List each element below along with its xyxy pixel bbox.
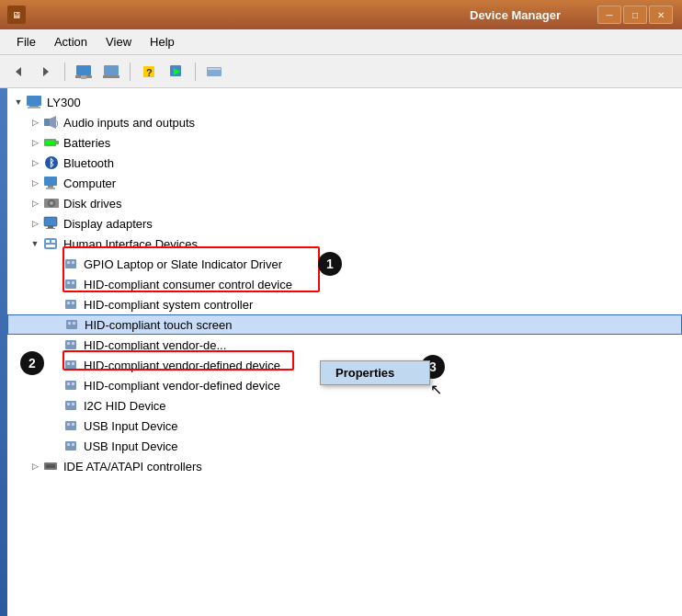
title-bar: 🖥 Device Manager ─ □ ✕ <box>0 0 682 29</box>
forward-button[interactable] <box>33 60 59 84</box>
window-controls[interactable]: ─ □ ✕ <box>597 6 673 24</box>
expand-arrow-display[interactable]: ▷ <box>28 216 42 231</box>
tree-item-ide[interactable]: ▷ IDE ATA/ATAPI controllers <box>7 456 682 476</box>
minimize-button[interactable]: ─ <box>597 6 621 24</box>
context-menu-properties[interactable]: Properties <box>321 361 429 384</box>
tree-item-gpio[interactable]: ▷ GPIO Laptop or Slate Indicator Driver <box>7 254 682 274</box>
menu-file[interactable]: File <box>7 31 45 52</box>
svg-rect-20 <box>56 141 59 144</box>
svg-text:ᛒ: ᛒ <box>49 157 55 168</box>
device-vendor1-icon <box>63 337 81 353</box>
tree-item-usb2[interactable]: ▷ USB Input Device <box>7 436 682 456</box>
tree-item-usb2-label: USB Input Device <box>84 439 178 453</box>
svg-rect-58 <box>65 401 76 410</box>
expand-arrow-bluetooth[interactable]: ▷ <box>28 155 42 170</box>
tree-item-diskdrives[interactable]: ▷ Disk drives <box>7 193 682 213</box>
tree-item-displayadapters[interactable]: ▷ Display adapters <box>7 213 682 234</box>
svg-rect-39 <box>72 261 74 264</box>
tree-item-hid-touch-label: HID-compliant touch screen <box>85 318 232 332</box>
svg-rect-53 <box>67 362 70 365</box>
tree-item-hid-vendor1[interactable]: ▷ HID-compliant vendor-de... <box>7 335 682 355</box>
svg-rect-37 <box>65 259 76 268</box>
tree-item-hid-consumer[interactable]: ▷ HID-compliant consumer control device <box>7 274 682 294</box>
tree-item-bluetooth[interactable]: ▷ ᛒ Bluetooth <box>7 153 682 173</box>
back-button[interactable] <box>6 60 31 84</box>
tree-item-batteries[interactable]: ▷ Batteries <box>7 132 682 153</box>
svg-rect-63 <box>72 423 74 426</box>
context-menu[interactable]: Properties <box>320 360 430 385</box>
svg-rect-62 <box>67 423 70 426</box>
svg-rect-46 <box>66 320 77 329</box>
svg-rect-47 <box>68 322 71 325</box>
tree-item-usb1[interactable]: ▷ USB Input Device <box>7 416 682 436</box>
list-button[interactable] <box>98 60 124 84</box>
expand-arrow-computer[interactable]: ▷ <box>28 176 42 190</box>
bluetooth-icon: ᛒ <box>42 154 61 171</box>
tree-root[interactable]: ▼ LY300 <box>7 92 682 112</box>
tree-item-i2c[interactable]: ▷ I2C HID Device <box>7 395 682 416</box>
svg-point-29 <box>50 201 53 205</box>
svg-rect-59 <box>67 403 70 405</box>
expand-arrow-ide[interactable]: ▷ <box>28 459 42 473</box>
toolbar: ? <box>0 55 682 88</box>
device-usb2-icon <box>63 438 81 454</box>
svg-text:): ) <box>56 120 58 127</box>
svg-rect-38 <box>67 261 70 264</box>
maximize-button[interactable]: □ <box>623 6 647 24</box>
tree-item-gpio-label: GPIO Laptop or Slate Indicator Driver <box>84 257 282 271</box>
tree-item-hid-system[interactable]: ▷ HID-compliant system controller <box>7 294 682 314</box>
refresh-button[interactable] <box>201 60 227 84</box>
svg-rect-30 <box>44 217 57 226</box>
expand-arrow-audio[interactable]: ▷ <box>28 115 42 130</box>
svg-rect-2 <box>76 65 91 75</box>
svg-rect-61 <box>65 421 76 430</box>
tree-item-computer[interactable]: ▷ Computer <box>7 173 682 193</box>
svg-rect-21 <box>46 141 54 144</box>
svg-rect-5 <box>104 65 119 75</box>
separator-2 <box>130 63 131 81</box>
svg-rect-45 <box>72 302 74 304</box>
menu-view[interactable]: View <box>97 31 141 52</box>
annotation-2: 2 <box>20 351 44 375</box>
close-button[interactable]: ✕ <box>649 6 673 24</box>
tree-item-hid-vendor2-label: HID-compliant vendor-defined device <box>84 359 280 372</box>
svg-rect-50 <box>67 342 70 345</box>
expand-arrow-diskdrives[interactable]: ▷ <box>28 196 42 211</box>
svg-rect-31 <box>48 226 53 228</box>
svg-rect-35 <box>51 240 55 243</box>
menu-action[interactable]: Action <box>45 31 97 52</box>
tree-item-hid-vendor3-label: HID-compliant vendor-defined device <box>84 379 280 393</box>
tree-item-i2c-label: I2C HID Device <box>84 399 166 413</box>
svg-rect-57 <box>72 382 74 385</box>
svg-rect-6 <box>103 75 119 78</box>
expand-arrow-root[interactable]: ▼ <box>11 95 26 109</box>
expand-arrow-hid[interactable]: ▼ <box>28 236 42 251</box>
run-button[interactable] <box>164 60 189 84</box>
svg-rect-52 <box>65 360 76 370</box>
mouse-cursor: ↖ <box>430 381 442 398</box>
svg-rect-54 <box>72 362 74 365</box>
svg-rect-41 <box>67 281 70 284</box>
tree-item-hid[interactable]: ▼ Human Interface Devices <box>7 234 682 254</box>
tree-item-bluetooth-label: Bluetooth <box>63 156 114 170</box>
tree-item-computer-label: Computer <box>63 177 116 190</box>
window-title: Device Manager <box>470 8 561 22</box>
tree-item-hid-touch[interactable]: ▷ HID-compliant touch screen <box>7 314 682 335</box>
left-accent-stripe <box>0 88 7 616</box>
tree-item-hid-label: Human Interface Devices <box>63 237 198 251</box>
expand-arrow-batteries[interactable]: ▷ <box>28 135 42 150</box>
help-button[interactable]: ? <box>136 60 162 84</box>
svg-rect-42 <box>72 281 74 284</box>
annotation-1: 1 <box>318 252 342 276</box>
svg-rect-15 <box>28 107 40 108</box>
properties-button[interactable] <box>71 60 97 84</box>
separator-3 <box>195 63 196 81</box>
svg-rect-44 <box>67 302 70 304</box>
display-icon <box>42 215 61 232</box>
device-tree[interactable]: ▼ LY300 ▷ ) Audio inputs and outputs <box>7 88 682 616</box>
svg-marker-1 <box>43 67 49 76</box>
tree-item-audio[interactable]: ▷ ) Audio inputs and outputs <box>7 112 682 132</box>
menu-help[interactable]: Help <box>141 31 184 52</box>
device-consumer-icon <box>63 276 81 292</box>
menu-bar: File Action View Help <box>0 29 682 55</box>
